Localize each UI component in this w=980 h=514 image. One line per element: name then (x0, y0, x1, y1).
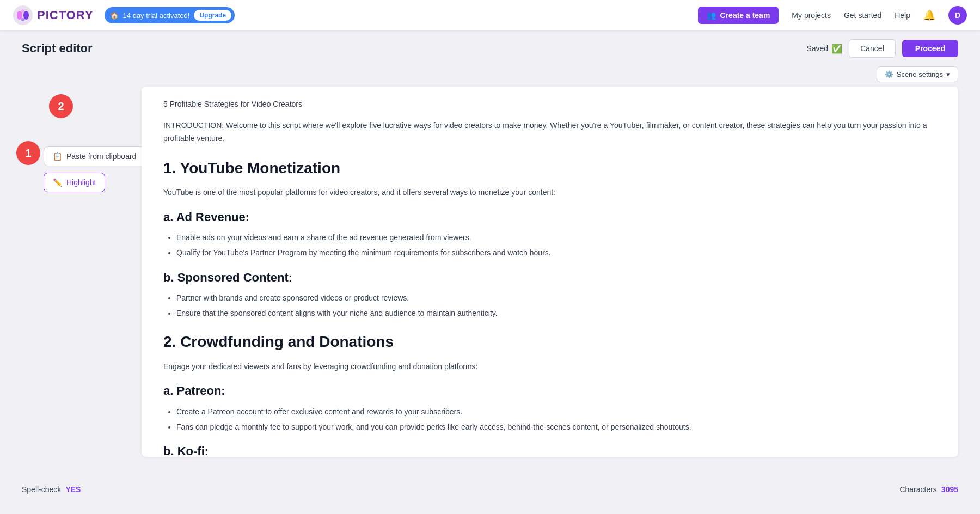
paste-btn-wrap: 1 📋 Paste from clipboard (22, 146, 142, 166)
highlight-icon: ✏️ (53, 178, 62, 187)
page-title: Script editor (22, 41, 806, 56)
footer-bar: Spell-check YES Characters 3095 (0, 479, 980, 500)
svg-point-4 (21, 18, 24, 21)
proceed-button[interactable]: Proceed (902, 40, 958, 57)
home-icon: 🏠 (110, 11, 119, 20)
spell-check-area: Spell-check YES (22, 485, 81, 494)
main-content: 2 1 📋 Paste from clipboard ✏️ Highlight … (0, 87, 980, 479)
highlight-button[interactable]: ✏️ Highlight (44, 173, 105, 192)
nav-right: 👥 Create a team My projects Get started … (698, 6, 967, 25)
list-item: Create a Patreon account to offer exclus… (176, 406, 936, 419)
list-item: Ensure that the sponsored content aligns… (176, 307, 936, 320)
section1b-heading: b. Sponsored Content: (163, 267, 936, 287)
trial-badge: 🏠 14 day trial activated! Upgrade (105, 7, 235, 23)
section1-heading: 1. YouTube Monetization (163, 155, 936, 181)
team-icon: 👥 (707, 11, 716, 20)
section2a-list: Create a Patreon account to offer exclus… (176, 406, 936, 434)
cancel-button[interactable]: Cancel (849, 39, 896, 58)
list-item: Partner with brands and create sponsored… (176, 292, 936, 305)
section2-paragraph: Engage your dedicated viewers and fans b… (163, 360, 936, 374)
section2b-heading: b. Ko-fi: (163, 441, 936, 457)
section2-heading: 2. Crowdfunding and Donations (163, 329, 936, 355)
header-actions: Saved ✅ Cancel Proceed (806, 39, 958, 58)
section1a-heading: a. Ad Revenue: (163, 207, 936, 227)
svg-point-1 (17, 11, 22, 20)
trial-text: 14 day trial activated! (123, 11, 190, 20)
svg-point-2 (23, 11, 29, 20)
saved-check-icon: ✅ (831, 44, 842, 54)
svg-point-3 (21, 9, 24, 13)
clipboard-icon: 📋 (53, 152, 62, 161)
intro-paragraph: INTRODUCTION: Welcome to this script whe… (163, 119, 936, 145)
upgrade-button[interactable]: Upgrade (194, 10, 231, 21)
spell-check-label: Spell-check (22, 485, 61, 494)
gear-icon: ⚙️ (885, 70, 893, 78)
character-count-area: Characters 3095 (899, 485, 958, 494)
section1a-list: Enable ads on your videos and earn a sha… (176, 231, 936, 260)
left-sidebar: 2 1 📋 Paste from clipboard ✏️ Highlight (22, 87, 142, 457)
list-item: Fans can pledge a monthly fee to support… (176, 421, 936, 434)
svg-point-0 (13, 5, 33, 25)
paste-from-clipboard-button[interactable]: 📋 Paste from clipboard (44, 146, 145, 166)
step-2-badge: 2 (49, 94, 73, 118)
avatar[interactable]: D (948, 6, 967, 25)
saved-label: Saved (806, 44, 828, 53)
characters-value: 3095 (941, 485, 958, 494)
script-editor[interactable]: 5 Profitable Strategies for Video Creato… (142, 87, 958, 457)
spell-check-value[interactable]: YES (65, 485, 81, 494)
section2a-heading: a. Patreon: (163, 381, 936, 401)
script-title: 5 Profitable Strategies for Video Creato… (163, 100, 936, 108)
highlight-btn-wrap: ✏️ Highlight (22, 173, 142, 192)
logo-area: PICTORY (13, 5, 94, 25)
top-navigation: PICTORY 🏠 14 day trial activated! Upgrad… (0, 0, 980, 30)
chevron-down-icon: ▾ (946, 70, 950, 78)
bell-icon[interactable]: 🔔 (923, 9, 935, 21)
scene-settings-bar: ⚙️ Scene settings ▾ (0, 66, 980, 87)
brand-name: PICTORY (37, 8, 94, 22)
my-projects-link[interactable]: My projects (792, 11, 831, 20)
section1-paragraph: YouTube is one of the most popular platf… (163, 186, 936, 199)
list-item: Qualify for YouTube's Partner Program by… (176, 247, 936, 260)
list-item: Enable ads on your videos and earn a sha… (176, 231, 936, 244)
create-team-button[interactable]: 👥 Create a team (698, 7, 779, 24)
page-header: Script editor Saved ✅ Cancel Proceed (0, 30, 980, 66)
saved-indicator: Saved ✅ (806, 44, 842, 54)
get-started-link[interactable]: Get started (844, 11, 881, 20)
help-link[interactable]: Help (895, 11, 910, 20)
step-1-badge: 1 (16, 141, 40, 165)
pictory-logo-icon (13, 5, 33, 25)
section1b-list: Partner with brands and create sponsored… (176, 292, 936, 320)
script-content: INTRODUCTION: Welcome to this script whe… (163, 119, 936, 457)
scene-settings-button[interactable]: ⚙️ Scene settings ▾ (877, 66, 958, 82)
characters-label: Characters (899, 485, 936, 494)
